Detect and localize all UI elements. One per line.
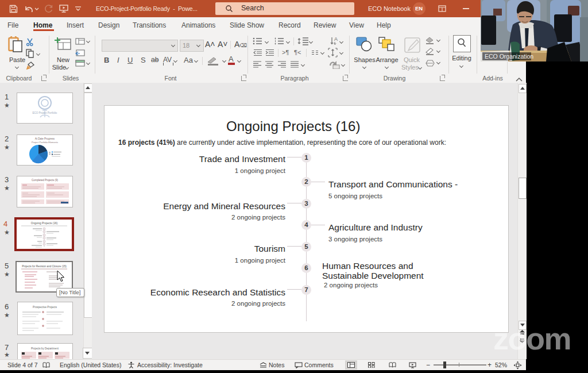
svg-text:Projects for Revision and Clos: Projects for Revision and Closure (15) <box>22 265 67 268</box>
svg-text:At Date Progress: At Date Progress <box>35 137 55 140</box>
svg-text:Projects by Department: Projects by Department <box>31 347 59 350</box>
svg-text:ECO Organization: ECO Organization <box>485 53 533 60</box>
svg-text:A: A <box>334 36 338 42</box>
svg-text:ECO Project Portfolio: ECO Project Portfolio <box>33 111 57 114</box>
svg-text:Ongoing Projects (16): Ongoing Projects (16) <box>31 222 58 225</box>
svg-text:Project Portfolio Elements: Project Portfolio Elements <box>32 141 58 144</box>
svg-text:Completed Projects (9): Completed Projects (9) <box>32 179 59 182</box>
svg-text:Prospective Projects: Prospective Projects <box>33 306 57 309</box>
